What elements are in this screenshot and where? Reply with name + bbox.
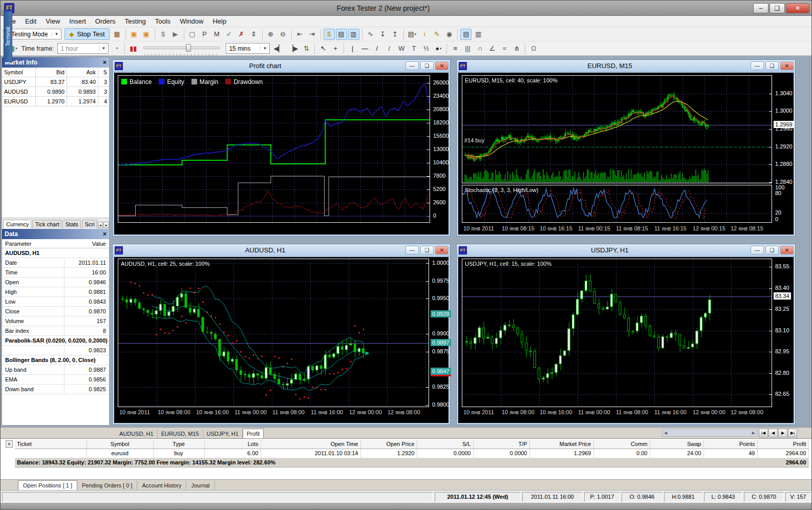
chart-tab-profit[interactable]: Profit bbox=[243, 429, 264, 438]
close-icon[interactable]: × bbox=[103, 230, 106, 238]
symbol-properties-icon[interactable]: i bbox=[419, 29, 430, 40]
tab-journal[interactable]: Journal bbox=[186, 481, 215, 490]
open-positions-table[interactable]: TicketSymbolTypeLotsOpen TimeOpen PriceS… bbox=[15, 440, 809, 468]
column-header[interactable]: Points bbox=[703, 440, 757, 449]
zoom-out-icon[interactable]: ⊖ bbox=[277, 29, 289, 40]
scroll-right-icon[interactable]: ▶ bbox=[752, 431, 755, 435]
menu-item-help[interactable]: Help bbox=[208, 17, 231, 25]
market-info-header[interactable]: Market Info × bbox=[2, 57, 109, 68]
child-window-titlebar[interactable]: FT Profit chart — ❑ ✕ bbox=[113, 60, 450, 72]
chart-tab-audusd-h1[interactable]: AUDUSD, H1 bbox=[116, 429, 158, 438]
menu-item-tools[interactable]: Tools bbox=[151, 17, 175, 25]
trend-line-tool-icon[interactable]: / bbox=[371, 43, 382, 54]
next-tab-button[interactable]: ▶ bbox=[778, 429, 787, 437]
testing-mode-select[interactable]: Testing Mode▼ bbox=[8, 29, 61, 39]
market-info-row[interactable]: USDJPY83.3783.403 bbox=[2, 77, 109, 87]
tick-step-icon[interactable]: ⇅ bbox=[301, 43, 312, 54]
resume-test-icon[interactable]: ▶ bbox=[170, 29, 181, 40]
menu-item-testing[interactable]: Testing bbox=[120, 17, 151, 25]
price-axis[interactable]: 1.00000.99750.99500.99000.98750.98250.98… bbox=[431, 259, 449, 407]
first-tab-button[interactable]: |◀ bbox=[759, 429, 768, 437]
column-header[interactable]: Ticket bbox=[15, 440, 87, 449]
speed-select[interactable]: 15 mins▼ bbox=[226, 43, 270, 54]
market-order-icon[interactable]: M bbox=[211, 29, 223, 40]
ray-tool-icon[interactable]: / bbox=[383, 43, 395, 54]
title-bar[interactable]: FT Forex Tester 2 (New project*) – ❑ ✕ bbox=[1, 1, 812, 16]
stochastic-plot[interactable]: Stochastic (8, 3, 3, High/Low) bbox=[462, 185, 772, 223]
usdjpy-chart-plot[interactable]: USDJPY, H1, cell: 15, scale: 100% bbox=[462, 259, 772, 407]
clear-all-icon[interactable]: ✎ bbox=[431, 29, 442, 40]
prev-tab-button[interactable]: ◀ bbox=[768, 429, 778, 437]
close-icon[interactable]: × bbox=[103, 59, 106, 66]
time-axis[interactable]: 10 янв 201110 янв 08:0010 янв 16:0011 ян… bbox=[118, 409, 429, 416]
fibo-arcs-tool-icon[interactable]: ∩ bbox=[474, 43, 485, 54]
fibo-time-zones-tool-icon[interactable]: ||| bbox=[462, 43, 473, 54]
account-information-icon[interactable]: $ bbox=[324, 29, 335, 40]
close-button[interactable]: ✕ bbox=[780, 61, 794, 70]
pitchfork-tool-icon[interactable]: ⋔ bbox=[511, 43, 522, 54]
eurusd-chart-canvas[interactable] bbox=[462, 76, 772, 183]
column-header[interactable]: Lots bbox=[204, 440, 261, 449]
close-button[interactable]: ✕ bbox=[786, 3, 809, 13]
speed-slider[interactable] bbox=[143, 44, 220, 54]
tab-scri[interactable]: Scri bbox=[82, 220, 97, 228]
data-window-panel-icon[interactable]: ▥ bbox=[473, 29, 484, 40]
chart-tab-eurusd-m15[interactable]: EURUSD, M15 bbox=[158, 429, 203, 438]
time-axis[interactable]: 10 янв 201110 янв 08:1510 янв 16:1511 ян… bbox=[462, 225, 772, 232]
market-info-row[interactable]: EURUSD1.29701.29744 bbox=[2, 97, 109, 107]
eurusd-chart-plot[interactable]: EURUSD, M15, cell: 40, scale: 100% #14 b… bbox=[462, 75, 772, 183]
step-back-icon[interactable]: ◀▏ bbox=[272, 43, 285, 54]
terminal-side-tab[interactable]: Terminal bbox=[4, 11, 12, 62]
open-positions-panel-icon[interactable]: ▤ bbox=[336, 29, 347, 40]
menu-item-insert[interactable]: Insert bbox=[65, 17, 91, 25]
sell-marker-icon[interactable]: ↧ bbox=[377, 29, 389, 40]
scroll-left-icon[interactable]: ◀ bbox=[664, 431, 667, 435]
tab-scroll-right-icon[interactable]: ▸ bbox=[103, 222, 109, 228]
chart-tab-usdjpy-h1[interactable]: USDJPY, H1 bbox=[203, 429, 243, 438]
pause-test-icon[interactable]: ▮▮ bbox=[127, 43, 139, 54]
zoom-in-icon[interactable]: ⊕ bbox=[265, 29, 276, 40]
tab-stats[interactable]: Stats bbox=[62, 220, 81, 228]
slider-thumb[interactable] bbox=[186, 44, 191, 52]
fibo-expansion-tool-icon[interactable]: ≈ bbox=[499, 43, 510, 54]
tab-pending-orders-[interactable]: Pending Orders [ 0 ] bbox=[77, 481, 137, 490]
minimize-button[interactable]: — bbox=[405, 61, 419, 70]
menu-item-window[interactable]: Window bbox=[175, 17, 208, 25]
cursor-tool-icon[interactable]: ↖ bbox=[317, 43, 329, 54]
column-header[interactable]: Symbol bbox=[87, 440, 153, 449]
account-history-panel-icon[interactable]: ▥ bbox=[348, 29, 359, 40]
chart-tab-scrollbar[interactable]: ◀▶ bbox=[662, 429, 757, 437]
jump-forward-icon[interactable]: ⇥ bbox=[307, 29, 318, 40]
notes-icon[interactable]: ▤▾ bbox=[407, 29, 418, 40]
stop-test-button[interactable]: ◆Stop Test bbox=[65, 28, 109, 40]
new-order-icon[interactable]: ▢ bbox=[187, 29, 198, 40]
delete-order-icon[interactable]: ✗ bbox=[236, 29, 247, 40]
menu-item-view[interactable]: View bbox=[41, 17, 65, 25]
column-header[interactable]: T/P bbox=[473, 440, 529, 449]
minimize-button[interactable]: — bbox=[405, 246, 419, 254]
magnet-tool-icon[interactable]: Ω bbox=[528, 43, 539, 54]
close-icon[interactable]: × bbox=[6, 440, 13, 448]
buy-marker-icon[interactable]: ↥ bbox=[390, 29, 401, 40]
child-window-titlebar[interactable]: FT EURUSD, M15 — ❑ ✕ bbox=[457, 60, 795, 72]
deposit-money-icon[interactable]: $ bbox=[158, 29, 169, 40]
minimize-button[interactable]: — bbox=[751, 61, 764, 70]
chart-properties-icon[interactable]: ▦ bbox=[112, 29, 123, 40]
last-tab-button[interactable]: ▶| bbox=[788, 429, 797, 437]
price-axis[interactable]: 2600023400208001820015600130001040078005… bbox=[432, 75, 449, 223]
step-forward-icon[interactable]: ▕▶ bbox=[286, 43, 300, 54]
minimize-button[interactable]: – bbox=[753, 3, 768, 13]
audusd-chart-plot[interactable]: AUDUSD, H1, cell: 25, scale: 100% bbox=[118, 259, 429, 407]
profit-chart-toggle-icon[interactable]: ∿ bbox=[365, 29, 376, 40]
column-header[interactable]: Profit bbox=[757, 440, 808, 449]
modify-order-icon[interactable]: ⇕ bbox=[248, 29, 260, 40]
column-header[interactable]: Open Price bbox=[360, 440, 417, 449]
maximize-button[interactable]: ❑ bbox=[770, 3, 785, 13]
wave-tool-icon[interactable]: W bbox=[396, 43, 407, 54]
data-panel-header[interactable]: Data × bbox=[2, 229, 109, 239]
tab-account-history[interactable]: Account History bbox=[137, 481, 186, 490]
gann-fan-tool-icon[interactable]: ∠ bbox=[486, 43, 498, 54]
column-header[interactable]: Type bbox=[153, 440, 204, 449]
close-button[interactable]: ✕ bbox=[435, 246, 448, 254]
close-button[interactable]: ✕ bbox=[780, 246, 794, 254]
